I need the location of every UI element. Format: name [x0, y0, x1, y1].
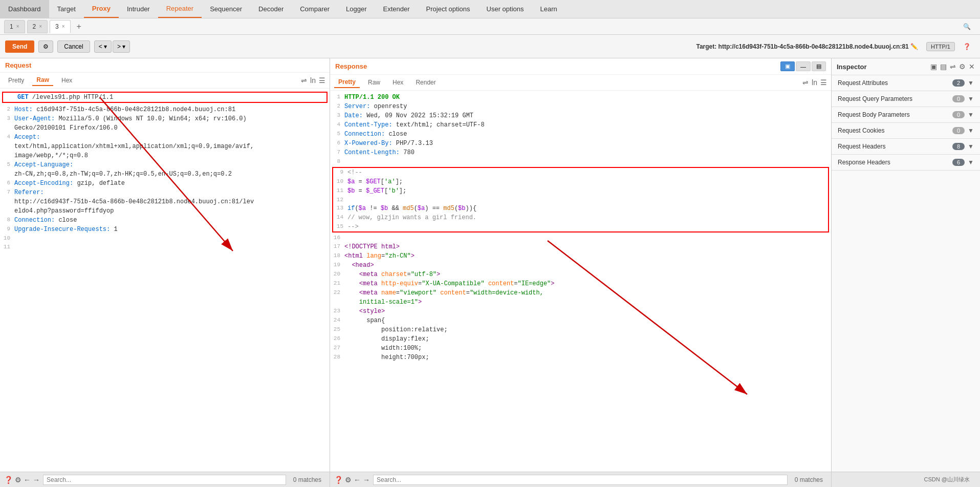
gear-button[interactable]: ⚙	[38, 40, 53, 53]
response-icon-ln[interactable]: ln	[812, 78, 817, 87]
inspector-row-response-headers[interactable]: Response Headers 6 ▼	[832, 155, 980, 170]
add-tab-button[interactable]: +	[73, 20, 85, 33]
inspector-row-label: Request Cookies	[838, 127, 952, 134]
view-btn-1[interactable]: ▣	[780, 61, 795, 71]
response-icon-wrap[interactable]: ⇌	[802, 78, 809, 87]
response-tab-pretty[interactable]: Pretty	[334, 77, 360, 88]
code-line: 28 height:700px;	[330, 353, 831, 362]
tab-3-close[interactable]: ×	[62, 24, 65, 29]
nav-back-button[interactable]: < ▾	[94, 40, 112, 53]
settings-icon-r[interactable]: ⚙	[345, 476, 352, 484]
request-icon-menu[interactable]: ☰	[319, 76, 325, 84]
search-icon-top[interactable]: 🔍	[958, 21, 976, 32]
nav-next-icon[interactable]: →	[33, 476, 40, 484]
code-line: eldo4.php?password=ffifdyop	[0, 206, 330, 216]
code-line: image/webp,*/*;q=0.8	[0, 151, 330, 160]
inspector-section-2: Request Body Parameters 0 ▼	[832, 107, 980, 123]
code-line: 10 $a = $GET['a'];	[333, 177, 828, 186]
settings-icon[interactable]: ⚙	[15, 476, 21, 484]
tab-1-close[interactable]: ×	[16, 24, 19, 29]
response-code-area[interactable]: 1 HTTP/1.1 200 OK 2 Server: openresty 3 …	[330, 91, 831, 472]
tab-2-close[interactable]: ×	[39, 24, 42, 29]
inspector-row-query-params[interactable]: Request Query Parameters 0 ▼	[832, 91, 980, 107]
inspector-row-count: 0	[952, 95, 965, 102]
request-icon-ln[interactable]: ln	[310, 76, 316, 84]
menu-decoder[interactable]: Decoder	[250, 0, 292, 18]
view-btn-2[interactable]: —	[796, 61, 811, 71]
chevron-down-icon: ▼	[968, 95, 974, 102]
menu-bar: Dashboard Target Proxy Intruder Repeater…	[0, 0, 980, 18]
menu-project-options[interactable]: Project options	[418, 0, 478, 18]
menu-repeater[interactable]: Repeater	[158, 0, 202, 18]
nav-next-icon-r[interactable]: →	[363, 476, 370, 484]
status-left: ❓ ⚙ ← → 0 matches	[0, 472, 330, 487]
menu-comparer[interactable]: Comparer	[292, 0, 338, 18]
code-line: 7 Content-Length: 780	[330, 148, 831, 157]
menu-proxy[interactable]: Proxy	[84, 0, 119, 18]
inspector-row-count: 2	[952, 79, 965, 87]
menu-target[interactable]: Target	[49, 0, 84, 18]
inspector-icon-expand[interactable]: ▤	[940, 62, 947, 71]
nav-prev-icon-r[interactable]: ←	[354, 476, 361, 484]
code-line: 12	[333, 196, 828, 204]
request-tab-raw[interactable]: Raw	[32, 75, 53, 86]
cancel-button[interactable]: Cancel	[57, 40, 90, 53]
help-circle-icon-r[interactable]: ❓	[334, 476, 343, 484]
inspector-row-body-params[interactable]: Request Body Parameters 0 ▼	[832, 107, 980, 122]
response-tab-render[interactable]: Render	[411, 77, 440, 88]
code-line: 26 display:flex;	[330, 334, 831, 344]
tab-2[interactable]: 2 ×	[27, 20, 48, 33]
help-button[interactable]: ❓	[959, 41, 975, 52]
tab-3[interactable]: 3 ×	[50, 20, 71, 33]
menu-dashboard[interactable]: Dashboard	[0, 0, 49, 18]
tab-1[interactable]: 1 ×	[4, 20, 25, 33]
help-circle-icon[interactable]: ❓	[4, 476, 13, 484]
inspector-row-request-headers[interactable]: Request Headers 8 ▼	[832, 139, 980, 154]
code-line: 23 <style>	[330, 307, 831, 316]
status-right: ❓ ⚙ ← → 0 matches	[330, 472, 832, 487]
response-tab-hex[interactable]: Hex	[388, 77, 407, 88]
request-header: Request	[0, 58, 330, 73]
view-btn-3[interactable]: ▤	[812, 61, 826, 71]
request-code-area[interactable]: GET /levels91.php HTTP/1.1 2 Host: c16d9…	[0, 89, 330, 472]
inspector-icon-list[interactable]: ▣	[930, 62, 937, 71]
inspector-icon-close[interactable]: ✕	[969, 62, 975, 71]
inspector-row-request-attributes[interactable]: Request Attributes 2 ▼	[832, 75, 980, 91]
menu-sequencer[interactable]: Sequencer	[202, 0, 250, 18]
response-tab-raw[interactable]: Raw	[364, 77, 384, 88]
inspector-row-count: 6	[952, 159, 965, 166]
menu-learn[interactable]: Learn	[532, 0, 565, 18]
toolbar: Send ⚙ Cancel < ▾ > ▾ Target: http://c16…	[0, 35, 980, 58]
nav-fwd-button[interactable]: > ▾	[113, 40, 130, 53]
menu-user-options[interactable]: User options	[478, 0, 532, 18]
send-button[interactable]: Send	[5, 40, 34, 53]
inspector-icon-settings[interactable]: ⚙	[959, 62, 966, 71]
request-tab-pretty[interactable]: Pretty	[4, 75, 28, 86]
code-line: 1 HTTP/1.1 200 OK	[330, 93, 831, 102]
menu-logger[interactable]: Logger	[338, 0, 375, 18]
search-input-left[interactable]	[43, 475, 286, 485]
code-line: 18 <html lang="zh-CN">	[330, 251, 831, 261]
response-icon-menu[interactable]: ☰	[820, 78, 827, 87]
response-header-row: Response ▣ — ▤	[330, 58, 831, 75]
chevron-down-icon: ▼	[968, 79, 974, 87]
inspector-section-5: Response Headers 6 ▼	[832, 155, 980, 171]
search-input-right[interactable]	[373, 475, 788, 485]
inspector-header: Inspector ▣ ▤ ⇌ ⚙ ✕	[832, 58, 980, 75]
target-url: Target: http://c16d943f-751b-4c5a-866b-0…	[696, 43, 918, 50]
inspector-row-label: Response Headers	[838, 159, 952, 166]
inspector-row-label: Request Query Parameters	[838, 95, 952, 102]
menu-intruder[interactable]: Intruder	[119, 0, 158, 18]
inspector-icon-align[interactable]: ⇌	[950, 62, 956, 71]
code-line: 5 Connection: close	[330, 130, 831, 139]
nav-prev-icon[interactable]: ←	[24, 476, 31, 484]
inspector-row-cookies[interactable]: Request Cookies 0 ▼	[832, 123, 980, 138]
inspector-row-label: Request Body Parameters	[838, 111, 952, 118]
request-icon-wrap[interactable]: ⇌	[301, 76, 307, 84]
code-line: 19 <head>	[330, 261, 831, 270]
nav-buttons: < ▾ > ▾	[94, 40, 130, 53]
menu-extender[interactable]: Extender	[375, 0, 418, 18]
request-tab-hex[interactable]: Hex	[57, 75, 76, 86]
code-line: 8	[330, 157, 831, 166]
code-line: 24 span{	[330, 316, 831, 325]
